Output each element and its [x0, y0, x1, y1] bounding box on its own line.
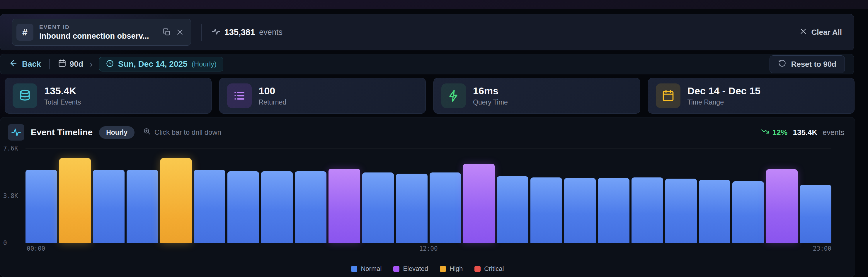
- chevron-right-icon: ›: [90, 59, 93, 69]
- timeline-bar-02:00[interactable]: [93, 170, 125, 243]
- chart-plot: [26, 144, 831, 243]
- timeline-bar-03:00[interactable]: [127, 170, 158, 243]
- stat-value: Dec 14 - Dec 15: [687, 85, 761, 97]
- timeline-header: Event Timeline Hourly Click bar to drill…: [8, 124, 844, 141]
- timeline-bar-05:00[interactable]: [194, 170, 225, 243]
- timeline-bar-22:00[interactable]: [766, 169, 798, 243]
- legend-item-high: High: [440, 265, 463, 273]
- stat-card-returned: 100 Returned: [219, 78, 426, 114]
- reset-range-label: Reset to 90d: [791, 60, 836, 69]
- timeline-bar-04:00[interactable]: [160, 158, 192, 243]
- calendar-icon: [656, 83, 680, 108]
- clear-all-label: Clear All: [811, 28, 842, 37]
- stat-card-total-events: 135.4K Total Events: [5, 78, 212, 114]
- trending-down-icon: [761, 127, 769, 138]
- stat-label: Returned: [259, 98, 287, 106]
- timeline-bar-14:00[interactable]: [497, 176, 528, 244]
- timeline-bar-00:00[interactable]: [26, 170, 57, 243]
- legend-item-elevated: Elevated: [393, 265, 428, 273]
- timeline-bar-01:00[interactable]: [59, 158, 91, 243]
- calendar-icon: [58, 59, 66, 69]
- arrow-left-icon: [9, 59, 18, 70]
- database-icon: [12, 83, 37, 108]
- current-date-pill[interactable]: Sun, Dec 14, 2025 (Hourly): [99, 57, 223, 71]
- close-icon: [799, 28, 807, 37]
- timeline-bar-13:00[interactable]: [463, 164, 495, 243]
- legend-label: Critical: [484, 265, 504, 273]
- window-top-strip: [0, 0, 868, 9]
- filter-toolbar: # EVENT ID inbound connection observ... …: [0, 14, 854, 50]
- timeline-bar-15:00[interactable]: [530, 177, 562, 243]
- activity-icon: [212, 27, 220, 37]
- drilldown-hint: Click bar to drill down: [143, 128, 221, 137]
- timeline-bar-11:00[interactable]: [396, 174, 428, 243]
- event-timeline-panel: Event Timeline Hourly Click bar to drill…: [0, 117, 855, 277]
- stat-card-time-range: Dec 14 - Dec 15 Time Range: [648, 78, 855, 114]
- timeline-bar-08:00[interactable]: [295, 171, 327, 244]
- timeline-bar-09:00[interactable]: [329, 169, 360, 243]
- gridline: [26, 196, 831, 196]
- remove-filter-icon[interactable]: [176, 28, 184, 36]
- timeline-bar-20:00[interactable]: [699, 180, 731, 243]
- stat-cards-row: 135.4K Total Events 100 Returned 16ms Qu…: [5, 78, 855, 114]
- timeline-bar-06:00[interactable]: [227, 171, 259, 244]
- reset-range-button[interactable]: Reset to 90d: [770, 55, 845, 73]
- stat-value: 16ms: [473, 85, 508, 97]
- y-axis-tick: 3.8K: [3, 192, 18, 199]
- timeline-total-unit: events: [823, 128, 844, 137]
- event-id-filter-chip[interactable]: # EVENT ID inbound connection observ...: [12, 19, 191, 46]
- pulse-icon: [8, 124, 24, 141]
- timeline-bar-23:00[interactable]: [800, 185, 831, 243]
- timeline-bar-07:00[interactable]: [261, 171, 293, 244]
- timeline-bar-18:00[interactable]: [631, 177, 663, 243]
- gridline: [26, 148, 831, 149]
- events-count-value: 135,381: [224, 28, 255, 37]
- x-axis-tick: 00:00: [27, 245, 45, 252]
- copy-icon[interactable]: [163, 28, 171, 36]
- timeline-bar-10:00[interactable]: [362, 172, 394, 243]
- stat-value: 135.4K: [44, 85, 81, 97]
- legend-label: High: [450, 265, 463, 273]
- breadcrumb-range-90d[interactable]: 90d: [58, 59, 84, 69]
- legend-label: Elevated: [403, 265, 428, 273]
- x-axis-tick: 23:00: [813, 245, 831, 252]
- stat-label: Total Events: [44, 98, 81, 106]
- legend-item-normal: Normal: [351, 265, 381, 273]
- legend-item-critical: Critical: [474, 265, 504, 273]
- timeline-title: Event Timeline: [31, 127, 93, 137]
- breadcrumb-bar: Back 90d › Sun, Dec 14, 2025 (Hourly) Re…: [0, 54, 854, 74]
- y-axis: 7.6K3.8K0: [3, 144, 23, 243]
- chart-legend: NormalElevatedHighCritical: [0, 264, 855, 274]
- rotate-ccw-icon: [778, 59, 786, 69]
- timeline-bar-21:00[interactable]: [732, 181, 764, 244]
- clear-all-button[interactable]: Clear All: [799, 28, 842, 37]
- granularity-badge: Hourly: [99, 126, 134, 139]
- stat-value: 100: [259, 85, 287, 97]
- legend-swatch: [393, 266, 399, 272]
- y-axis-tick: 7.6K: [3, 145, 18, 152]
- drilldown-hint-label: Click bar to drill down: [154, 128, 221, 136]
- granularity-label: (Hourly): [192, 60, 217, 68]
- timeline-bar-17:00[interactable]: [598, 178, 629, 243]
- breadcrumb-divider: [49, 59, 50, 69]
- hash-icon: #: [17, 24, 33, 41]
- toolbar-divider: [201, 24, 202, 41]
- y-axis-tick: 0: [3, 240, 7, 247]
- timeline-bar-16:00[interactable]: [564, 178, 596, 243]
- back-button[interactable]: Back: [9, 59, 41, 70]
- x-axis-tick: 12:00: [419, 245, 437, 252]
- legend-label: Normal: [361, 265, 381, 273]
- timeline-bar-19:00[interactable]: [665, 179, 697, 243]
- timeline-bar-12:00[interactable]: [430, 172, 461, 243]
- legend-swatch: [440, 266, 446, 272]
- events-count-unit: events: [259, 28, 282, 37]
- stat-label: Query Time: [473, 98, 508, 106]
- lightning-icon: [441, 83, 466, 108]
- legend-swatch: [474, 266, 480, 272]
- stat-label: Time Range: [687, 98, 761, 106]
- timeline-total-value: 135.4K: [793, 128, 817, 137]
- range-label: 90d: [70, 60, 84, 69]
- filter-chip-value: inbound connection observ...: [39, 32, 149, 41]
- zoom-in-icon: [143, 128, 151, 137]
- events-count: 135,381 events: [212, 27, 282, 37]
